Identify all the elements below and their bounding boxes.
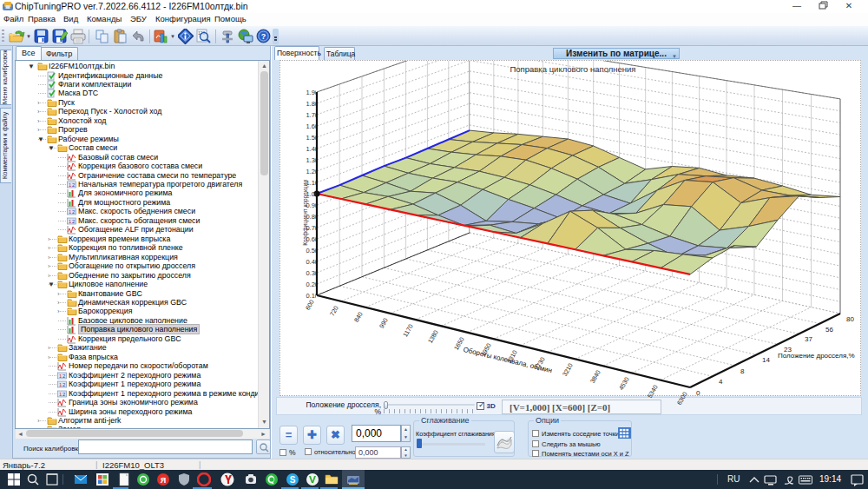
svg-text:Я: Я	[161, 476, 166, 485]
svg-text:?: ?	[261, 32, 266, 41]
svg-text:S: S	[290, 475, 296, 485]
